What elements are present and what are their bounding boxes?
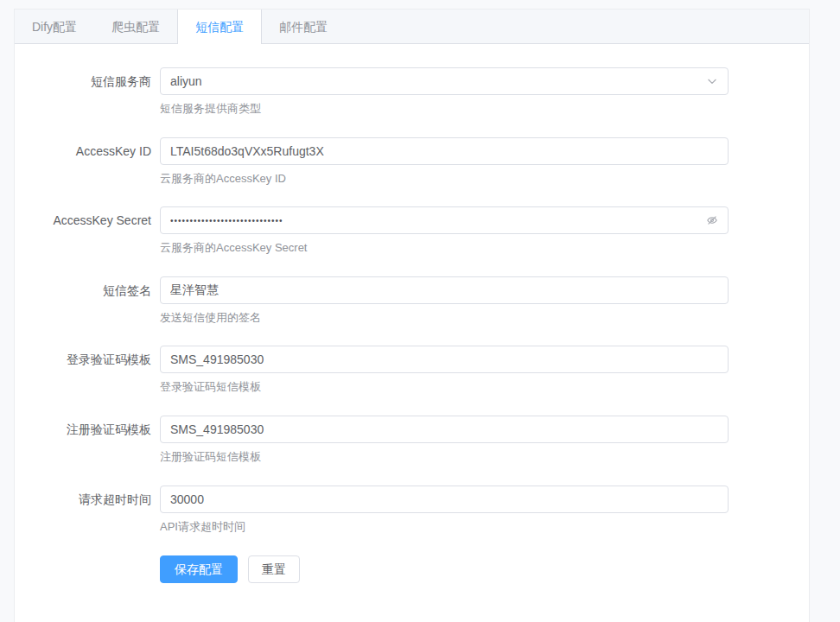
field-content: SMS_491985030 登录验证码短信模板 (160, 346, 792, 394)
request-timeout-form-item: 请求超时时间 30000 API请求超时时间 (30, 486, 792, 534)
input-value: SMS_491985030 (170, 352, 718, 366)
field-help: API请求超时时间 (160, 520, 792, 534)
reset-button[interactable]: 重置 (248, 555, 300, 583)
config-tabs-card: Dify配置 爬虫配置 短信配置 邮件配置 短信服务商 aliyun 短信服务提… (14, 9, 810, 622)
sms-signature-form-item: 短信签名 星洋智慧 发送短信使用的签名 (30, 276, 792, 325)
sms-provider-select[interactable]: aliyun (160, 67, 729, 95)
input-value: aliyun (170, 74, 699, 88)
field-help: 注册验证码短信模板 (160, 450, 792, 464)
sms-signature-input[interactable]: 星洋智慧 (160, 276, 729, 304)
field-content: 30000 API请求超时时间 (160, 486, 792, 534)
tab-label: 短信配置 (195, 20, 244, 34)
form-rows: 短信服务商 aliyun 短信服务提供商类型 AccessKey ID LTAI… (30, 67, 792, 533)
field-help: 云服务商的AccessKey ID (160, 172, 792, 186)
field-content: LTAI5t68do3qVXx5Rufugt3X 云服务商的AccessKey … (160, 137, 792, 186)
sms-provider-form-item: 短信服务商 aliyun 短信服务提供商类型 (30, 67, 792, 116)
field-help: 发送短信使用的签名 (160, 311, 792, 325)
field-label: AccessKey Secret (30, 206, 151, 255)
tab-bar: Dify配置 爬虫配置 短信配置 邮件配置 (15, 10, 809, 44)
register-code-template-form-item: 注册验证码模板 SMS_491985030 注册验证码短信模板 (30, 416, 792, 464)
input-value: 星洋智慧 (170, 282, 718, 298)
chevron-down-icon[interactable] (706, 75, 718, 87)
field-help: 登录验证码短信模板 (160, 380, 792, 394)
tab-label: 爬虫配置 (111, 20, 160, 34)
tab-mail-config[interactable]: 邮件配置 (262, 10, 345, 44)
request-timeout-input[interactable]: 30000 (160, 486, 729, 513)
field-label: 登录验证码模板 (30, 346, 151, 394)
accesskey-secret-form-item: AccessKey Secret •••••••••••••••••••••••… (30, 206, 792, 255)
field-help: 云服务商的AccessKey Secret (160, 241, 792, 255)
tab-dify-config[interactable]: Dify配置 (15, 10, 94, 44)
login-code-template-input[interactable]: SMS_491985030 (160, 346, 729, 373)
sms-config-form: 短信服务商 aliyun 短信服务提供商类型 AccessKey ID LTAI… (15, 44, 809, 583)
field-help: 短信服务提供商类型 (160, 102, 792, 116)
field-label: 注册验证码模板 (30, 416, 151, 464)
accesskey-id-form-item: AccessKey ID LTAI5t68do3qVXx5Rufugt3X 云服… (30, 137, 792, 186)
save-config-button[interactable]: 保存配置 (160, 555, 238, 583)
field-content: ••••••••••••••••••••••••••••• 云服务商的Acces… (160, 206, 792, 255)
field-label: 请求超时时间 (30, 486, 151, 534)
tab-label: Dify配置 (32, 20, 77, 34)
input-value: 30000 (170, 492, 718, 506)
tab-label: 邮件配置 (279, 20, 328, 34)
accesskey-id-input[interactable]: LTAI5t68do3qVXx5Rufugt3X (160, 137, 729, 165)
input-value: LTAI5t68do3qVXx5Rufugt3X (170, 144, 718, 158)
tab-crawler-config[interactable]: 爬虫配置 (94, 10, 177, 44)
field-content: aliyun 短信服务提供商类型 (160, 67, 792, 116)
input-value: SMS_491985030 (170, 422, 718, 436)
input-value: ••••••••••••••••••••••••••••• (170, 216, 699, 225)
accesskey-secret-input[interactable]: ••••••••••••••••••••••••••••• (160, 206, 729, 234)
register-code-template-input[interactable]: SMS_491985030 (160, 416, 729, 443)
field-label: 短信服务商 (30, 67, 151, 116)
eye-off-icon[interactable] (706, 214, 718, 226)
field-label: AccessKey ID (30, 137, 151, 186)
login-code-template-form-item: 登录验证码模板 SMS_491985030 登录验证码短信模板 (30, 346, 792, 394)
field-label: 短信签名 (30, 276, 151, 325)
field-content: 星洋智慧 发送短信使用的签名 (160, 276, 792, 325)
field-content: SMS_491985030 注册验证码短信模板 (160, 416, 792, 464)
form-actions: 保存配置 重置 (160, 555, 792, 583)
tab-sms-config[interactable]: 短信配置 (177, 10, 262, 44)
